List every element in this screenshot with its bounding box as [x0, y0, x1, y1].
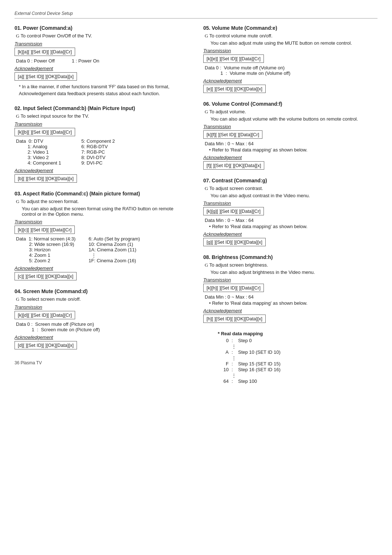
section-01-note: * In a like manner, if other functions t… [15, 84, 189, 97]
section-04-ack-label: Acknowledgement [15, 335, 189, 340]
section-04-description: To select screen mute on/off. [16, 296, 189, 302]
section-08-ack-label: Acknowledgement [203, 308, 377, 313]
section-04: 04. Screen Mute (Command:d) To select sc… [15, 288, 189, 349]
section-07-data: Data Min : 0 ~ Max : 64 [205, 218, 377, 223]
section-01-transmission-label: Transmission [15, 41, 189, 46]
section-01-ack-cmd: [a][ ][Set ID][ ][OK][Data][x] [15, 72, 77, 81]
section-08-data: Data Min : 0 ~ Max : 64 [205, 294, 377, 300]
right-column: 05. Volume Mute (Command:e) To control v… [203, 25, 377, 384]
left-column: 01. Power (Command:a) To control Power O… [15, 25, 189, 384]
real-data-row-A: A : Step 10 (SET ID 10) [218, 349, 377, 355]
section-01-description: To control Power On/Off of the TV. [16, 33, 189, 39]
section-02-data-left: Data 0: DTV 1: Analog 2: Video 1 3: Vide… [16, 138, 81, 166]
section-01-transmission-cmd: [k][a][ ][Set ID][ ][Data][Cr] [15, 48, 75, 56]
section-05-ack-label: Acknowledgement [203, 78, 377, 84]
section-08-transmission-label: Transmission [203, 277, 377, 283]
section-03-description2: You can also adjust the screen format us… [22, 206, 189, 217]
section-07-transmission-label: Transmission [203, 200, 377, 206]
section-02-ack-cmd: [b][ ][Set ID][ ][OK][Data][x] [15, 174, 77, 183]
section-07-ack-cmd: [g][ ][Set ID][ ][OK][Data][x] [203, 238, 266, 246]
section-02-transmission-label: Transmission [15, 121, 189, 127]
section-07-description: To adjust screen contrast. [205, 186, 377, 191]
real-data-row-64: 64 : Step 100 [218, 378, 377, 384]
top-divider [15, 18, 377, 19]
section-04-transmission-label: Transmission [15, 304, 189, 310]
section-05-transmission-label: Transmission [203, 48, 377, 53]
section-06-data: Data Min : 0 ~ Max : 64 [205, 141, 377, 146]
section-03-ack-label: Acknowledgement [15, 266, 189, 271]
section-08-transmission-cmd: [k][h][ ][Set ID][ ][Data][Cr] [203, 284, 264, 292]
section-08-description: To adjust screen brightness. [205, 262, 377, 268]
section-04-ack-cmd: [d][ ][Set ID][ ][OK][Data][x] [15, 341, 77, 349]
section-02-ack-label: Acknowledgement [15, 168, 189, 173]
section-06-description2: You can also adjust volume with the volu… [211, 116, 377, 122]
section-06-transmission-label: Transmission [203, 124, 377, 129]
real-data-row-F: F : Step 15 (SET ID 15) [218, 361, 377, 366]
section-07-description2: You can also adjust contrast in the Vide… [211, 193, 377, 198]
section-05: 05. Volume Mute (Command:e) To control v… [203, 25, 377, 93]
section-06-data-note: Refer to 'Real data mapping' as shown be… [209, 147, 377, 153]
section-07-data-note: Refer to 'Real data mapping' as shown be… [209, 224, 377, 229]
section-08: 08. Brightness (Command:h) To adjust scr… [203, 254, 377, 323]
section-03-transmission-label: Transmission [15, 219, 189, 224]
section-02-data-right: 5: Component 2 6: RGB-DTV 7: RGB-PC 8: D… [81, 138, 115, 166]
real-data-dots-1: ⋮ [232, 344, 377, 349]
section-03-data-left: Data 1: Normal screen (4:3) 2: Wide scre… [16, 236, 89, 263]
page-footer: 36 Plasma TV [15, 360, 189, 365]
section-05-data: Data 0 : Volume mute off (Volume on) 1 :… [205, 65, 377, 76]
section-04-transmission-cmd: [k][d][ ][Set ID][ ][Data][Cr] [15, 311, 75, 319]
real-data-row-10: 10 : Step 16 (SET ID 16) [218, 367, 377, 372]
section-04-data: Data 0 : Screen mute off (Picture on) 1 … [16, 321, 189, 332]
real-data-title: Real data mapping [218, 331, 377, 336]
section-07: 07. Contrast (Command:g) To adjust scree… [203, 178, 377, 246]
section-05-description: To control volume mute on/off. [205, 33, 377, 39]
section-06-ack-cmd: [f][ ][Set ID][ ][OK][Data][x] [203, 161, 264, 170]
section-06-description: To adjust volume. [205, 109, 377, 115]
section-03-transmission-cmd: [k][c][ ][Set ID][ ][Data][Cr] [15, 226, 75, 234]
section-07-ack-label: Acknowledgement [203, 231, 377, 237]
section-08-ack-cmd: [h][ ][Set ID][ ][OK][Data][x] [203, 315, 266, 323]
section-05-transmission-cmd: [k][e][ ][Set ID][ ][Data][Cr] [203, 54, 264, 63]
section-06-ack-label: Acknowledgement [203, 155, 377, 160]
section-08-data-note: Refer to 'Real data mapping' as shown be… [209, 300, 377, 306]
real-data-dots-3: ⋮ [232, 373, 377, 378]
section-04-title: 04. Screen Mute (Command:d) [15, 288, 189, 294]
section-07-transmission-cmd: [k][g][ ][Set ID][ ][Data][Cr] [203, 207, 264, 215]
section-01: 01. Power (Command:a) To control Power O… [15, 25, 189, 97]
section-03-data-right: 6: Auto (Set by program) 10: Cinema Zoom… [89, 236, 140, 263]
section-07-title: 07. Contrast (Command:g) [203, 178, 377, 183]
section-01-data: Data 0 : Power Off 1 : Power On [16, 58, 189, 64]
real-data-row-0: 0 : Step 0 [218, 338, 377, 343]
section-02-transmission-cmd: [k][b][ ][Set ID][ ][Data][Cr] [15, 128, 75, 136]
real-data-mapping: Real data mapping 0 : Step 0 ⋮ A : Step … [218, 331, 377, 384]
section-08-description2: You can also adjust brightness in the Vi… [211, 270, 377, 275]
section-02: 02. Input Select (Command:b) (Main Pictu… [15, 105, 189, 183]
section-01-title: 01. Power (Command:a) [15, 25, 189, 31]
section-05-description2: You can also adjust mute using the MUTE … [211, 40, 377, 46]
section-06: 06. Volume Control (Command:f) To adjust… [203, 101, 377, 170]
section-05-title: 05. Volume Mute (Command:e) [203, 25, 377, 31]
section-06-title: 06. Volume Control (Command:f) [203, 101, 377, 107]
section-03-ack-cmd: [c][ ][Set ID][ ][OK][Data][x] [15, 272, 77, 280]
section-03-description: To adjust the screen format. [16, 199, 189, 204]
section-08-title: 08. Brightness (Command:h) [203, 254, 377, 260]
section-02-description: To select input source for the TV. [16, 113, 189, 119]
page-header: External Control Device Setup [15, 11, 377, 16]
section-03-title: 03. Aspect Ratio (Command:c) (Main pictu… [15, 191, 189, 197]
real-data-dots-2: ⋮ [232, 355, 377, 361]
section-02-title: 02. Input Select (Command:b) (Main Pictu… [15, 105, 189, 111]
section-06-transmission-cmd: [k][f][ ][Set ID][ ][Data][Cr] [203, 130, 262, 139]
section-05-ack-cmd: [e][ ][Set ID][ ][OK][Data][x] [203, 85, 266, 93]
section-03: 03. Aspect Ratio (Command:c) (Main pictu… [15, 191, 189, 280]
section-01-ack-label: Acknowledgement [15, 66, 189, 71]
